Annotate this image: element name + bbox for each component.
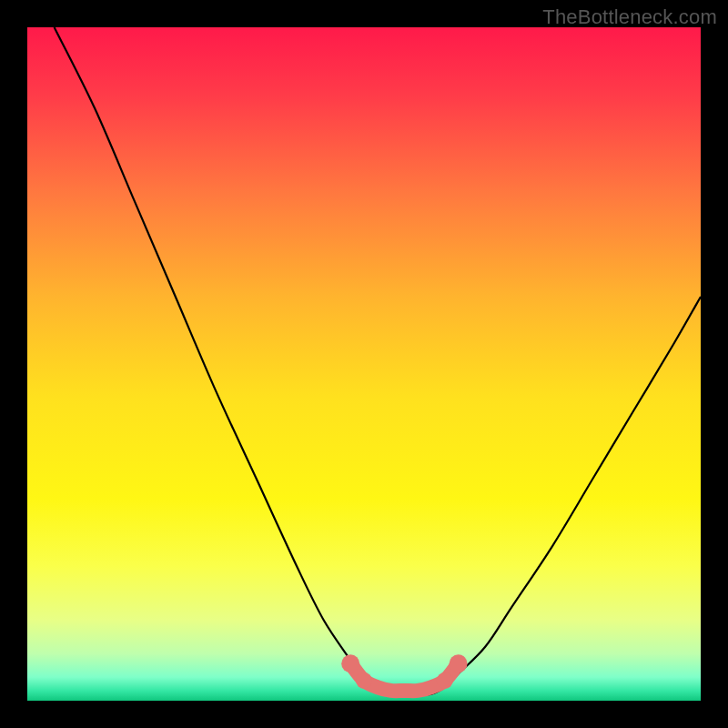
sweet-spot-marker	[356, 672, 372, 689]
sweet-spot-markers	[341, 654, 467, 691]
bottleneck-curve	[55, 27, 701, 694]
sweet-spot-marker	[437, 672, 453, 689]
sweet-spot-marker	[341, 654, 359, 672]
watermark-text: TheBottleneck.com	[542, 5, 717, 29]
bottleneck-curve-plot	[27, 27, 701, 701]
chart-frame	[27, 27, 701, 701]
sweet-spot-marker	[450, 654, 468, 672]
